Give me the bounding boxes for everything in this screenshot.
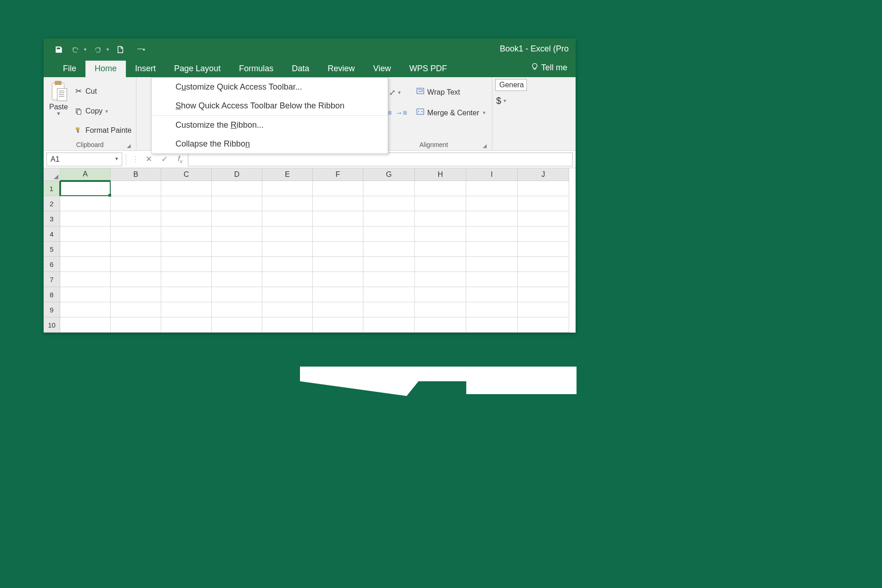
cell[interactable] [161,257,212,272]
cell[interactable] [415,196,466,211]
cell[interactable] [363,242,415,257]
tell-me-search[interactable]: Tell me [527,59,571,77]
cancel-formula-button[interactable]: ✕ [141,153,157,166]
row-header[interactable]: 10 [44,317,60,333]
cell[interactable] [466,211,518,226]
row-header[interactable]: 1 [44,181,60,196]
qat-customize-icon[interactable]: ▾ [136,45,147,54]
context-show-qat-below[interactable]: Show Quick Access Toolbar Below the Ribb… [152,96,388,116]
name-box[interactable]: A1 ▼ [46,153,122,166]
cell[interactable] [212,257,262,272]
cell[interactable] [262,287,313,302]
copy-button[interactable]: Copy ▼ [74,107,131,115]
merge-dropdown-icon[interactable]: ▼ [482,110,486,115]
column-header[interactable]: E [262,168,313,181]
cell[interactable] [111,196,161,211]
cell[interactable] [466,257,518,272]
cell[interactable] [212,226,262,242]
cell[interactable] [363,317,415,333]
cell[interactable] [262,211,313,226]
cell[interactable] [111,242,161,257]
cell[interactable] [415,226,466,242]
cell[interactable] [518,287,569,302]
tab-wps-pdf[interactable]: WPS PDF [400,61,456,77]
cell[interactable] [262,302,313,317]
cell[interactable] [415,257,466,272]
cell[interactable] [415,287,466,302]
context-collapse-ribbon[interactable]: Collapse the Ribbon [152,135,388,153]
row-header[interactable]: 4 [44,226,60,242]
cell[interactable] [363,211,415,226]
cell[interactable] [466,181,518,196]
cell[interactable] [466,272,518,287]
cell[interactable] [212,272,262,287]
row-header[interactable]: 2 [44,196,60,211]
cell[interactable] [415,272,466,287]
cell[interactable] [313,317,363,333]
cell[interactable] [262,242,313,257]
cell[interactable] [111,317,161,333]
cell[interactable] [262,257,313,272]
cell[interactable] [415,302,466,317]
column-header[interactable]: B [111,168,161,181]
enter-formula-button[interactable]: ✓ [157,153,172,166]
cell[interactable] [466,196,518,211]
cell[interactable] [466,287,518,302]
orientation-dropdown-icon[interactable]: ▼ [397,90,401,95]
cell[interactable] [111,226,161,242]
row-header[interactable]: 3 [44,211,60,226]
cell[interactable] [518,272,569,287]
increase-indent-button[interactable]: →≡ [394,108,409,118]
cell[interactable] [262,226,313,242]
cell[interactable] [212,302,262,317]
cell[interactable] [60,272,111,287]
cell[interactable] [363,272,415,287]
cell[interactable] [363,226,415,242]
merge-center-button[interactable]: Merge & Center ▼ [413,106,489,119]
cell[interactable] [518,226,569,242]
cell[interactable] [60,302,111,317]
row-header[interactable]: 6 [44,257,60,272]
cell[interactable] [313,272,363,287]
redo-dropdown-icon[interactable]: ▼ [106,47,110,52]
cell[interactable] [111,257,161,272]
row-header[interactable]: 9 [44,302,60,317]
tab-file[interactable]: File [54,61,85,77]
cell[interactable] [60,196,111,211]
tab-insert[interactable]: Insert [126,61,165,77]
tab-review[interactable]: Review [318,61,364,77]
number-format-dropdown[interactable]: Genera [495,79,527,91]
context-customize-ribbon[interactable]: Customize the Ribbon... [152,116,388,135]
cell[interactable] [466,226,518,242]
cell[interactable] [60,181,111,196]
cell[interactable] [466,317,518,333]
name-box-dropdown-icon[interactable]: ▼ [114,156,119,161]
cell[interactable] [313,257,363,272]
cell[interactable] [313,181,363,196]
cell[interactable] [161,272,212,287]
cell[interactable] [363,302,415,317]
cell[interactable] [415,211,466,226]
save-icon[interactable] [53,44,65,55]
row-header[interactable]: 8 [44,287,60,302]
cell[interactable] [111,272,161,287]
cell[interactable] [363,196,415,211]
cell[interactable] [518,242,569,257]
cell[interactable] [161,196,212,211]
cell[interactable] [363,257,415,272]
row-header[interactable]: 7 [44,272,60,287]
cell[interactable] [60,211,111,226]
cell[interactable] [518,302,569,317]
column-header[interactable]: C [161,168,212,181]
cell[interactable] [111,287,161,302]
cell[interactable] [262,272,313,287]
wrap-text-button[interactable]: Wrap Text [413,85,489,99]
paste-button[interactable]: Paste ▼ [46,80,71,140]
cell[interactable] [518,211,569,226]
cell[interactable] [262,317,313,333]
context-customize-qat[interactable]: Customize Quick Access Toolbar... [152,78,388,96]
cell[interactable] [415,317,466,333]
cell[interactable] [466,302,518,317]
alignment-launcher-icon[interactable]: ◢ [483,143,486,149]
cell[interactable] [161,181,212,196]
